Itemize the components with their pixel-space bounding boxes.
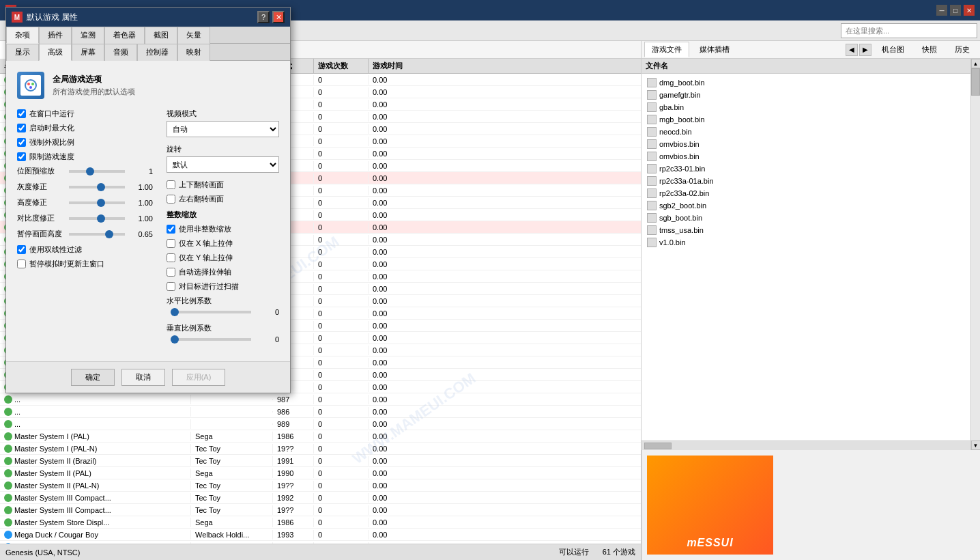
file-item[interactable]: v1.0.bin xyxy=(644,236,968,249)
slider-thumb[interactable] xyxy=(97,183,105,191)
file-list[interactable]: dmg_boot.bin gamefgtr.bin gba.bin mgb_bo… xyxy=(642,74,970,440)
dialog-tab-屏幕[interactable]: 屏幕 xyxy=(72,44,104,61)
right-tab-cabinet[interactable]: 机台图 xyxy=(874,42,912,57)
slider-高度修正: 高度修正 1.00 xyxy=(17,197,153,208)
game-row[interactable]: Mega Duck / Cougar Boy Welback Holdi... … xyxy=(0,529,641,541)
file-item[interactable]: rp2c33-01.bin xyxy=(644,163,968,175)
rotation-checkbox-input[interactable] xyxy=(167,195,175,204)
right-tab-files[interactable]: 游戏文件 xyxy=(644,42,689,57)
game-row[interactable]: ... 987 0 0.00 xyxy=(0,393,641,406)
slider-track[interactable] xyxy=(69,201,125,204)
minimize-button[interactable]: ─ xyxy=(936,5,947,16)
checkbox-input-限制游戏速度[interactable] xyxy=(17,152,26,161)
checkbox-input-在窗口中运行[interactable] xyxy=(17,109,26,118)
game-row[interactable]: ... 986 0 0.00 xyxy=(0,406,641,418)
dialog-tab-控制器[interactable]: 控制器 xyxy=(137,44,177,61)
h-scale-track[interactable] xyxy=(171,311,251,313)
misc-checkbox-input[interactable] xyxy=(17,260,26,268)
slider-thumb[interactable] xyxy=(97,199,105,207)
file-item[interactable]: neocd.bin xyxy=(644,126,968,138)
file-scrollbar-v[interactable]: ▲ ▼ xyxy=(970,59,980,450)
slider-thumb[interactable] xyxy=(105,230,113,238)
close-button[interactable]: ✕ xyxy=(964,5,975,16)
game-row[interactable]: Master System III Compact... Tec Toy 19?… xyxy=(0,504,641,516)
game-row[interactable]: Master System II (PAL) Sega 1990 0 0.00 xyxy=(0,467,641,479)
dialog-close-button[interactable]: ✕ xyxy=(272,11,285,23)
col-plays-header[interactable]: 游戏次数 xyxy=(314,59,369,73)
v-scale-track[interactable] xyxy=(171,338,251,341)
file-item[interactable]: tmss_usa.bin xyxy=(644,224,968,236)
file-item[interactable]: sgb2_boot.bin xyxy=(644,199,968,212)
svg-point-1 xyxy=(27,83,30,85)
game-row[interactable]: Master System II (Brazil) Tec Toy 1991 0… xyxy=(0,455,641,467)
rotation-checkbox-input[interactable] xyxy=(167,180,175,189)
dialog-tab-矢量[interactable]: 矢量 xyxy=(177,27,210,44)
confirm-button[interactable]: 确定 xyxy=(71,369,115,386)
nav-prev-button[interactable]: ◀ xyxy=(846,44,858,56)
help-button[interactable]: ? xyxy=(257,11,270,23)
file-item[interactable]: rp2c33a-01a.bin xyxy=(644,175,968,187)
file-item[interactable]: mgb_boot.bin xyxy=(644,113,968,126)
slider-track[interactable] xyxy=(69,233,125,236)
file-item[interactable]: omvbios.bin xyxy=(644,150,968,163)
h-scale-thumb[interactable] xyxy=(171,308,179,316)
dialog-tab-截图[interactable]: 截图 xyxy=(145,27,177,44)
intscale-checkbox-input[interactable] xyxy=(167,253,175,262)
game-plays: 0 xyxy=(314,186,369,195)
right-tab-snapshot[interactable]: 快照 xyxy=(914,42,945,57)
file-item[interactable]: gamefgtr.bin xyxy=(644,89,968,101)
slider-track[interactable] xyxy=(69,217,125,220)
game-plays: 0 xyxy=(314,296,369,306)
search-input[interactable] xyxy=(841,23,977,38)
cancel-button[interactable]: 取消 xyxy=(121,369,165,386)
game-row[interactable]: Master System III Compact... Tec Toy 199… xyxy=(0,492,641,504)
dialog-tab-着色器[interactable]: 着色器 xyxy=(104,27,145,44)
game-row[interactable]: Master System II (PAL-N) Tec Toy 19?? 0 … xyxy=(0,479,641,492)
file-item[interactable]: gba.bin xyxy=(644,101,968,113)
slider-thumb[interactable] xyxy=(97,214,105,223)
file-item[interactable]: omvbios.bin xyxy=(644,138,968,150)
dialog-tab-音频[interactable]: 音频 xyxy=(104,44,137,61)
scroll-down-button[interactable]: ▼ xyxy=(971,440,981,450)
file-scrollbar-h[interactable] xyxy=(642,440,970,450)
dialog-tab-插件[interactable]: 插件 xyxy=(39,27,72,44)
misc-checkbox-input[interactable] xyxy=(17,245,26,254)
bitmap-scale-track[interactable] xyxy=(69,170,125,173)
maximize-button[interactable]: □ xyxy=(950,5,961,16)
checkbox-input-强制外观比例[interactable] xyxy=(17,138,26,147)
scroll-thumb[interactable] xyxy=(971,68,980,96)
dialog-tab-高级[interactable]: 高级 xyxy=(39,44,72,61)
dialog-tab-映射[interactable]: 映射 xyxy=(177,44,210,61)
game-row[interactable]: ... 989 0 0.00 xyxy=(0,418,641,430)
video-mode-select[interactable]: 自动 Direct3D OpenGL 软件 xyxy=(167,121,279,137)
file-item[interactable]: dmg_boot.bin xyxy=(644,76,968,89)
file-item[interactable]: rp2c33a-02.bin xyxy=(644,187,968,199)
dialog-tab-显示[interactable]: 显示 xyxy=(6,44,39,61)
file-name: sgb_boot.bin xyxy=(659,214,702,222)
game-row[interactable]: Master System Store Displ... Sega 1986 0… xyxy=(0,516,641,529)
file-item[interactable]: sgb_boot.bin xyxy=(644,212,968,224)
col-time-header[interactable]: 游戏时间 xyxy=(369,59,423,73)
intscale-checkbox-input[interactable] xyxy=(167,268,175,277)
game-year: 19?? xyxy=(273,444,314,453)
game-row[interactable]: Master System I (PAL-N) Tec Toy 19?? 0 0… xyxy=(0,443,641,455)
intscale-checkbox-input[interactable] xyxy=(167,225,175,234)
rotation-select[interactable]: 默认 顺时针90° 逆时针90° 180° xyxy=(167,156,279,173)
slider-track[interactable] xyxy=(69,186,125,188)
scroll-up-button[interactable]: ▲ xyxy=(971,59,981,68)
dialog-tab-杂项[interactable]: 杂项 xyxy=(6,27,39,44)
dialog-tab-追溯[interactable]: 追溯 xyxy=(72,27,104,44)
right-tab-media[interactable]: 媒体插槽 xyxy=(692,42,737,57)
status-count: 61 个游戏 xyxy=(603,547,635,557)
checkbox-input-启动时最大化[interactable] xyxy=(17,124,26,132)
scroll-track[interactable] xyxy=(971,68,980,440)
game-row[interactable]: Master System I (PAL) Sega 1986 0 0.00 xyxy=(0,430,641,443)
v-scale-thumb[interactable] xyxy=(171,335,179,344)
right-tab-history[interactable]: 历史 xyxy=(947,42,977,57)
bitmap-scale-thumb[interactable] xyxy=(86,167,94,176)
intscale-checkbox-input[interactable] xyxy=(167,239,175,248)
apply-button[interactable]: 应用(A) xyxy=(172,369,226,386)
rotation-checkbox-label: 上下翻转画面 xyxy=(179,180,224,190)
nav-next-button[interactable]: ▶ xyxy=(859,44,871,56)
intscale-checkbox-input[interactable] xyxy=(167,282,175,291)
